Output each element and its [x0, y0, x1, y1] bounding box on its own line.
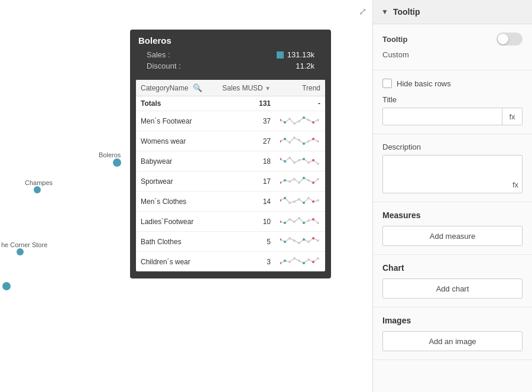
- svg-point-44: [317, 199, 319, 202]
- table-row: Bath Clothes5: [136, 232, 325, 252]
- col-sales-header: Sales MUSD ▼: [214, 80, 275, 96]
- description-fx-button[interactable]: fx: [512, 180, 518, 189]
- svg-point-67: [298, 260, 300, 262]
- panel-header: ▼ Tooltip: [373, 0, 532, 24]
- table-cell-trend: [275, 212, 325, 232]
- search-icon[interactable]: 🔍: [190, 83, 205, 92]
- svg-point-69: [307, 258, 310, 261]
- table-cell-trend: [275, 192, 325, 212]
- add-measure-button[interactable]: Add measure: [382, 226, 523, 246]
- panel-chevron-icon[interactable]: ▼: [381, 8, 388, 16]
- svg-point-60: [307, 241, 310, 243]
- hide-basic-rows-label: Hide basic rows: [397, 79, 451, 88]
- measures-section: Measures Add measure: [373, 202, 532, 255]
- svg-point-70: [312, 261, 314, 263]
- svg-point-21: [293, 161, 296, 164]
- svg-point-31: [298, 182, 300, 184]
- col-category-header: CategoryName 🔍: [136, 80, 214, 96]
- tooltip-toggle-switch[interactable]: [497, 33, 523, 46]
- table-cell-category: Womens wear: [136, 131, 214, 151]
- svg-point-65: [288, 261, 291, 263]
- table-row: Men´s Footwear37: [136, 111, 325, 131]
- table-cell-sales: 5: [214, 232, 275, 252]
- svg-point-68: [303, 262, 305, 264]
- table-row: Sportwear17: [136, 171, 325, 192]
- title-fx-button[interactable]: fx: [502, 108, 523, 125]
- table-cell-trend: [275, 111, 325, 131]
- table-cell-sales: 14: [214, 192, 275, 212]
- table-cell-trend: [275, 131, 325, 151]
- tooltip-label: Tooltip: [382, 35, 407, 44]
- tooltip-popup-title: Boleros: [138, 35, 323, 46]
- svg-point-34: [312, 182, 314, 184]
- svg-point-59: [303, 238, 305, 241]
- svg-point-71: [317, 257, 319, 260]
- svg-point-20: [288, 157, 291, 159]
- hide-basic-rows-checkbox[interactable]: [382, 79, 392, 88]
- table-cell-category: Bath Clothes: [136, 232, 214, 252]
- svg-point-37: [284, 197, 286, 199]
- svg-point-45: [280, 221, 281, 223]
- svg-point-57: [293, 239, 296, 242]
- table-cell-sales: 10: [214, 212, 275, 232]
- images-label: Images: [382, 316, 523, 325]
- svg-point-8: [317, 119, 319, 121]
- tooltip-popup: Boleros Sales : 131.13k Discount : 11.2k…: [130, 30, 331, 278]
- svg-point-19: [284, 160, 286, 163]
- svg-point-56: [288, 237, 291, 239]
- svg-point-15: [307, 140, 310, 142]
- svg-point-17: [317, 140, 319, 142]
- tooltip-color-indicator: [277, 51, 284, 59]
- tooltip-table: CategoryName 🔍 Sales MUSD ▼ Trend Totals…: [136, 80, 325, 271]
- svg-point-53: [317, 222, 319, 224]
- scatter-dot-unknown[interactable]: [2, 282, 11, 290]
- svg-point-6: [307, 119, 310, 121]
- table-row: Totals131-: [136, 96, 325, 111]
- svg-point-24: [307, 161, 310, 164]
- tooltip-discount-row: Discount : 11.2k: [138, 60, 323, 72]
- table-cell-sales: 17: [214, 171, 275, 192]
- add-chart-button[interactable]: Add chart: [382, 278, 523, 299]
- description-field-label: Description: [382, 142, 523, 151]
- description-textarea[interactable]: [383, 155, 522, 191]
- svg-point-48: [293, 221, 296, 223]
- custom-label: Custom: [382, 50, 523, 59]
- scatter-dot-boleros[interactable]: [113, 158, 121, 167]
- tooltip-sales-value: 131.13k: [287, 50, 314, 59]
- table-cell-sales: 37: [214, 111, 275, 131]
- svg-point-42: [307, 197, 310, 199]
- chart-label: Chart: [382, 263, 523, 273]
- svg-point-49: [298, 217, 300, 219]
- svg-point-12: [293, 137, 296, 139]
- table-cell-trend: [275, 171, 325, 192]
- svg-point-38: [288, 202, 291, 204]
- svg-point-28: [284, 179, 286, 182]
- title-input-row: fx: [382, 108, 523, 125]
- scatter-dot-corner-store[interactable]: [17, 248, 24, 255]
- svg-point-30: [293, 178, 296, 180]
- table-cell-sales: 27: [214, 131, 275, 151]
- scatter-dot-champes[interactable]: [34, 186, 41, 193]
- svg-point-33: [307, 179, 310, 182]
- svg-point-41: [303, 202, 305, 204]
- table-cell-trend: -: [275, 96, 325, 111]
- svg-point-66: [293, 257, 296, 260]
- dot-label-boleros: Boleros: [99, 151, 121, 158]
- svg-point-2: [288, 118, 291, 120]
- title-input[interactable]: [382, 108, 502, 125]
- svg-point-25: [312, 159, 314, 161]
- svg-point-16: [312, 138, 314, 140]
- table-cell-category: Babywear: [136, 151, 214, 171]
- chart-area: ⤢ Boleros Champes he Corner Store Bolero…: [0, 0, 372, 392]
- title-field-label: Title: [382, 95, 523, 104]
- table-cell-trend: [275, 151, 325, 171]
- svg-point-13: [298, 139, 300, 141]
- tooltip-discount-label: Discount :: [147, 61, 181, 70]
- images-section: Images Add an image: [373, 307, 532, 360]
- svg-point-58: [298, 242, 300, 244]
- add-image-button[interactable]: Add an image: [382, 331, 523, 351]
- table-row: Children´s wear3: [136, 252, 325, 272]
- svg-point-5: [303, 116, 305, 119]
- expand-icon[interactable]: ⤢: [359, 6, 366, 17]
- svg-point-35: [317, 178, 319, 180]
